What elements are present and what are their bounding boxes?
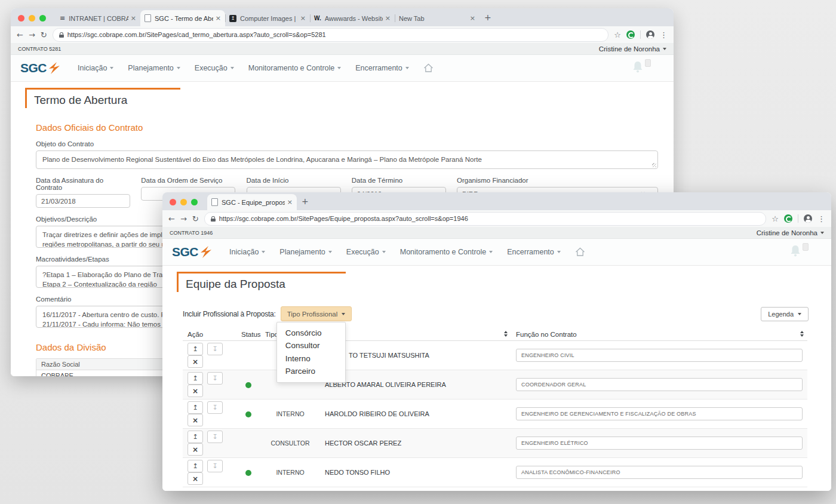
- nav-menu-item[interactable]: Monitoramento e Controle: [248, 64, 342, 72]
- browser-menu-icon[interactable]: ⋮: [817, 215, 825, 223]
- minimize-window-button[interactable]: [180, 199, 187, 205]
- resize-grip[interactable]: [652, 163, 656, 167]
- dropdown-item[interactable]: Parceiro: [277, 365, 345, 379]
- remove-button[interactable]: ×: [188, 472, 203, 485]
- download-button[interactable]: ↧: [207, 401, 223, 414]
- nav-item-label: Iniciação: [78, 64, 107, 72]
- tab-close-icon[interactable]: ×: [216, 14, 221, 22]
- notifications[interactable]: [632, 60, 644, 76]
- tab-computer-images[interactable]: ↥ Computer Images | Download F ×: [225, 10, 310, 26]
- nav-item-label: Execução: [346, 248, 379, 256]
- nav-menu-item[interactable]: Iniciação: [229, 248, 265, 256]
- dropdown-item[interactable]: Consultor: [277, 340, 345, 353]
- home-icon[interactable]: [575, 247, 585, 257]
- home-icon[interactable]: [423, 63, 434, 73]
- download-button[interactable]: ↧: [207, 343, 223, 355]
- sort-icon[interactable]: [800, 331, 804, 337]
- reload-icon[interactable]: ↻: [192, 215, 199, 223]
- back-icon[interactable]: ←: [168, 215, 175, 223]
- upload-button[interactable]: ↥: [188, 460, 203, 472]
- nav-menu-item[interactable]: Planejamento: [279, 248, 331, 256]
- funcao-input[interactable]: [516, 349, 803, 362]
- funcao-input[interactable]: [516, 466, 803, 479]
- data-assinatura-input[interactable]: 21/03/2018: [36, 194, 130, 208]
- tab-close-icon[interactable]: ×: [385, 14, 391, 22]
- funcao-input[interactable]: [516, 437, 803, 450]
- extension-icon[interactable]: [784, 214, 792, 223]
- nav-menu-item[interactable]: Iniciação: [78, 64, 113, 72]
- sgc-logo[interactable]: SGC: [20, 61, 61, 75]
- browser-menu-icon[interactable]: ⋮: [660, 31, 668, 39]
- tab-intranet[interactable]: ≡ INTRANET | COBRAPE - Cia Br ×: [56, 10, 140, 26]
- close-window-button[interactable]: [18, 15, 24, 21]
- extension-icon[interactable]: [626, 30, 635, 39]
- tab-new-tab[interactable]: New Tab ×: [395, 10, 480, 26]
- upload-button[interactable]: ↥: [188, 372, 203, 385]
- remove-button[interactable]: ×: [188, 355, 203, 368]
- new-tab-button[interactable]: +: [302, 196, 309, 206]
- sgc-logo[interactable]: SGC: [172, 245, 213, 259]
- new-tab-button[interactable]: +: [484, 13, 491, 22]
- contract-bar: CONTRATO 5281 Cristine de Noronha: [11, 43, 674, 55]
- user-menu[interactable]: Cristine de Noronha: [757, 229, 824, 236]
- sort-icon[interactable]: [504, 331, 508, 337]
- contract-bar: CONTRATO 1946 Cristine de Noronha: [162, 227, 831, 239]
- status-dot: [245, 411, 251, 417]
- dropdown-item[interactable]: Interno: [277, 352, 345, 365]
- page-favicon: [211, 198, 218, 206]
- address-bar[interactable]: https://sgc.cobrape.com.br/SitePages/Equ…: [204, 212, 767, 226]
- tab-close-icon[interactable]: ×: [470, 14, 475, 22]
- tab-close-icon[interactable]: ×: [300, 14, 306, 22]
- download-button[interactable]: ↧: [207, 431, 223, 443]
- tab-title: Awwwards - Website Design In: [325, 15, 383, 22]
- dropdown-item[interactable]: Consórcio: [277, 327, 345, 340]
- user-menu[interactable]: Cristine de Noronha: [599, 45, 666, 53]
- remove-button[interactable]: ×: [188, 385, 203, 397]
- nav-menu-item[interactable]: Encerramento: [355, 64, 409, 72]
- bell-icon: [632, 60, 644, 73]
- remove-button[interactable]: ×: [188, 443, 203, 456]
- objeto-textarea[interactable]: Plano de Desenvolvimento Regional Susten…: [36, 150, 658, 169]
- nome-cell: HECTOR OSCAR PEREZ: [320, 429, 511, 458]
- zoom-window-button[interactable]: [39, 15, 46, 21]
- upload-button[interactable]: ↥: [188, 401, 203, 414]
- nav-menu-item[interactable]: Execução: [195, 64, 234, 72]
- forward-icon[interactable]: →: [29, 31, 35, 39]
- nome-cell: HAROLDO RIBEIRO DE OLIVEIRA: [320, 399, 511, 429]
- sgc-logo-text: SGC: [172, 245, 198, 259]
- tab-awwwards[interactable]: W. Awwwards - Website Design In ×: [310, 10, 395, 26]
- funcao-input[interactable]: [516, 378, 803, 391]
- profile-avatar-icon[interactable]: [804, 214, 812, 223]
- tab-close-icon[interactable]: ×: [287, 198, 293, 206]
- tab-equipe-proposta[interactable]: SGC - Equipe_proposta ×: [207, 194, 297, 210]
- nav-menu-item[interactable]: Execução: [346, 248, 386, 256]
- tab-close-icon[interactable]: ×: [131, 14, 136, 22]
- nav-menu-item[interactable]: Encerramento: [507, 248, 561, 256]
- col-funcao-header[interactable]: Função no Contrato: [511, 328, 807, 341]
- funcao-input[interactable]: [516, 407, 803, 420]
- zoom-window-button[interactable]: [191, 199, 198, 205]
- back-icon[interactable]: ←: [17, 31, 23, 39]
- bookmark-star-icon[interactable]: ☆: [614, 31, 621, 39]
- download-button[interactable]: ↧: [207, 460, 223, 472]
- legenda-button[interactable]: Legenda: [761, 307, 809, 321]
- close-window-button[interactable]: [170, 199, 176, 205]
- nav-item-label: Planejamento: [279, 248, 325, 256]
- notifications[interactable]: [789, 244, 801, 260]
- forward-icon[interactable]: →: [180, 215, 187, 223]
- nav-menu-item[interactable]: Monitoramento e Controle: [400, 248, 493, 256]
- tipo-profissional-button[interactable]: Tipo Profissional: [281, 306, 352, 321]
- remove-button[interactable]: ×: [188, 414, 203, 426]
- upload-button[interactable]: ↥: [188, 343, 203, 355]
- nav-menu-item[interactable]: Planejamento: [128, 64, 180, 72]
- col-nome-header[interactable]: [320, 328, 511, 341]
- status-dot: [245, 382, 251, 388]
- upload-button[interactable]: ↥: [188, 431, 203, 443]
- reload-icon[interactable]: ↻: [41, 31, 47, 39]
- tab-termo-abertura[interactable]: SGC - Termo de Abertura ×: [140, 10, 225, 26]
- address-bar[interactable]: https://sgc.cobrape.com.br/SitePages/cad…: [53, 28, 609, 42]
- minimize-window-button[interactable]: [29, 15, 35, 21]
- profile-avatar-icon[interactable]: [646, 30, 654, 39]
- bookmark-star-icon[interactable]: ☆: [772, 215, 779, 223]
- download-button[interactable]: ↧: [207, 372, 223, 385]
